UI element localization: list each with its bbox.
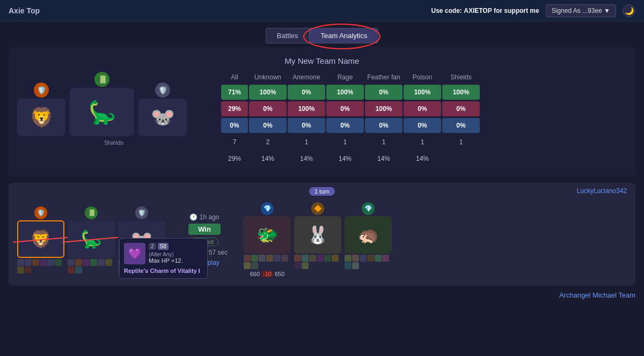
stats-header-row: All Unknown Anemone Rage Feather fan Poi… [221,72,627,83]
skill-icon [302,255,309,262]
axie-image-1: 🦁 [17,99,65,136]
skill-icon [294,262,301,269]
enemy-axie2-class-icon: 🔶 [311,202,324,215]
axie-image-3: 🐭 [138,99,187,136]
enemy-axie-1[interactable]: 💎 🐲 660 -10 650 [244,202,291,277]
skill-icon [25,259,32,266]
stat-poison-lose: 0% [404,101,441,116]
stats-row-pct: 29% 14% 14% 14% 14% 14% [221,151,627,166]
skill-icon [40,259,47,266]
col-header-anemone: Anemone [288,72,325,83]
stat-shields-win: 100% [442,85,480,100]
col-header-unknown: Unknown [249,72,287,83]
axie-badge-1: 🛡️ [34,83,49,98]
skill-icon [345,262,352,269]
skill-icon [105,259,112,266]
hp-change: -10 [261,271,273,277]
battle-time: 🕐 1h ago [189,213,219,221]
stat-rage-count: 1 [326,135,364,150]
axie-figure-2: 📗 🦕 [70,72,134,136]
enemy-axie3-img: 🦔 [345,216,392,254]
axie2-class-icon: 📗 [85,206,98,219]
skill-icon [251,262,258,269]
enemy-axie2-skills [294,255,341,269]
skill-icon [317,255,324,262]
col-header-poison: Poison [404,72,441,83]
battle-result: Win [188,224,221,235]
analytics-section: My New Team Name 🛡️ 🦁 📗 🦕 🛡️ 🐭 [9,48,635,176]
header-right: Use code: AXIETOP for support me Signed … [431,4,635,17]
stat-rage-win: 100% [326,85,364,100]
stat-anemone-lose: 100% [288,101,325,116]
stat-rage-lose: 0% [326,101,364,116]
skill-icon [90,259,97,266]
enemy-axie-2[interactable]: 🔶 🐰 [294,202,341,269]
promo-code-text: Use code: AXIETOP for support me [431,7,539,14]
my-team-battle: 🛡️ 🦁 📗 [17,206,165,273]
skill-icon [294,255,301,262]
tab-battles[interactable]: Battles [266,28,310,43]
stat-shields-lose: 0% [442,101,480,116]
enemy-axie3-skills [345,255,392,269]
signin-button[interactable]: Signed As ...93ee ▼ [546,4,616,17]
enemy-axie1-class-icon: 💎 [261,202,274,215]
stats-row-win: 71% 100% 0% 100% 0% 100% 100% [221,85,627,100]
stat-poison-win: 100% [404,85,441,100]
stat-feather-draw: 0% [365,118,402,133]
red-line-2 [62,236,121,243]
col-header-shields: Shields [442,72,480,83]
theme-toggle-button[interactable]: 🌙 [623,4,635,17]
stat-poison-draw: 0% [404,118,441,133]
tooltip-alter: (Alter Any) [149,251,183,257]
stats-row-lose: 29% 0% 100% 0% 100% 0% 0% [221,101,627,116]
battle-axie-2[interactable]: 📗 🦕 [68,206,115,273]
stat-shields-count: 1 [442,135,480,150]
col-header-feather: Feather fan [365,72,402,83]
skill-icon [375,255,382,262]
stats-row-draw: 0% 0% 0% 0% 0% 0% 0% [221,118,627,133]
promo-code: AXIETOP [464,7,492,14]
skill-icon [309,255,316,262]
skill-icon [382,255,389,262]
stat-all-lose: 29% [221,101,248,116]
team-name: My New Team Name [17,56,627,65]
battle-axie-1[interactable]: 🛡️ 🦁 [17,206,64,273]
enemy-axie3-class-icon: 💎 [362,202,375,215]
axie1-skills [17,259,64,273]
battle-axie2-img: 🦕 [68,220,115,258]
tab-team-analytics[interactable]: Team Analytics [310,28,379,43]
enemy-hp-row: 660 -10 650 [250,271,285,277]
stat-feather-pct: 14% [365,151,402,166]
skill-icon [55,259,62,266]
stats-table: All Unknown Anemone Rage Feather fan Poi… [221,72,627,168]
skill-icon [17,266,24,273]
axie-figure-1: 🛡️ 🦁 [17,83,65,136]
axie-image-2: 🦕 [70,88,134,136]
col-header-all: All [221,72,248,83]
skill-icon [259,255,266,262]
stat-feather-count: 1 [365,135,402,150]
skill-icon [352,255,359,262]
stat-shields-draw: 0% [442,118,480,133]
axie-badge-2: 📗 [94,72,109,87]
skill-icon [68,259,75,266]
enemy-axie1-skills [244,255,291,269]
col-header-rage: Rage [326,72,364,83]
stat-all-count: 7 [221,135,248,150]
tooltip-effect: Max HP +12. [149,257,183,264]
next-battle-label: Archangel Michael Team [9,291,635,299]
skill-icon [75,266,82,273]
skill-icon [251,255,258,262]
tabs-bar: Battles Team Analytics [0,21,644,48]
skill-icon [47,259,54,266]
skill-icon [332,255,339,262]
card-tooltip: 💜 2 S8 (Alter Any) Max HP +12. Reptile's… [119,238,208,279]
skill-icon [352,262,359,269]
enemy-axie2-img: 🐰 [294,216,341,254]
enemy-axie-3[interactable]: 💎 🦔 [345,202,392,269]
turn-badge: 1 turn [309,187,335,196]
enemy-axie1-img: 🐲 [244,216,291,254]
enemy-name: LuckyLuciano342 [577,187,627,195]
skill-icon [25,266,32,273]
skill-icon [281,255,288,262]
